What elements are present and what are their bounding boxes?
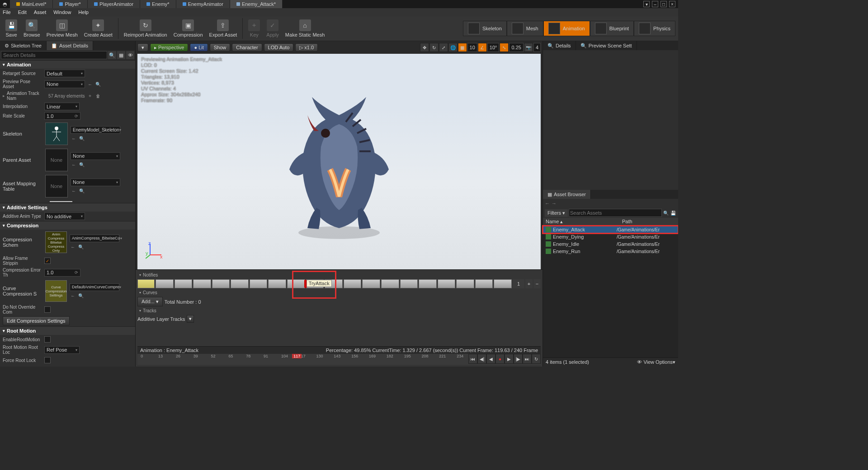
step-back-button[interactable]: ◀| xyxy=(477,354,486,364)
preview-viewport[interactable]: Previewing Animation Enemy_Attack LOD: 0… xyxy=(137,54,541,269)
tab-asset-browser[interactable]: ▦Asset Browser xyxy=(543,190,591,199)
save-button[interactable]: 💾Save xyxy=(3,17,20,40)
tab-skeleton-tree[interactable]: ⚙Skeleton Tree xyxy=(0,41,47,50)
error-threshold-field[interactable]: 1.0 xyxy=(44,269,80,277)
show-button[interactable]: Show xyxy=(210,43,231,52)
character-button[interactable]: Character xyxy=(232,43,262,52)
tab-player[interactable]: Player* xyxy=(53,0,87,8)
minimize-icon[interactable]: – xyxy=(652,1,658,7)
expand-icon[interactable]: ▸ xyxy=(3,94,5,98)
parent-asset-dropdown[interactable]: None xyxy=(71,152,120,160)
search-icon[interactable]: 🔍 xyxy=(108,51,116,59)
tab-playeranimator[interactable]: PlayerAnimator xyxy=(88,0,140,8)
playhead[interactable]: 117 xyxy=(292,354,302,358)
notifies-header[interactable]: Notifies xyxy=(137,272,541,278)
back-icon[interactable]: ← xyxy=(71,136,77,142)
maximize-icon[interactable]: □ xyxy=(660,1,667,7)
skeleton-thumb[interactable] xyxy=(45,122,68,145)
interpolation-dropdown[interactable]: Linear xyxy=(44,103,80,110)
retarget-source-dropdown[interactable]: Default xyxy=(44,70,85,77)
curve-compression-dropdown[interactable]: DefaultAnimCurveCompre xyxy=(70,283,119,291)
grid-size[interactable]: 10 xyxy=(467,43,477,52)
browse-icon[interactable]: 🔍 xyxy=(78,293,84,299)
apply-button[interactable]: ✓Apply xyxy=(264,17,282,40)
browse-icon[interactable]: 🔍 xyxy=(79,188,85,194)
lit-button[interactable]: ●Lit xyxy=(190,43,208,52)
tracks-header[interactable]: Tracks xyxy=(137,307,541,314)
mode-blueprint[interactable]: Blueprint xyxy=(590,21,634,36)
section-compression[interactable]: Compression xyxy=(0,221,135,230)
notify-track[interactable]: TryAttack 1 + − xyxy=(137,278,541,289)
tab-asset-details[interactable]: 📋Asset Details xyxy=(47,41,93,50)
parent-thumb[interactable]: None xyxy=(45,149,68,171)
back-icon[interactable]: ← xyxy=(70,244,76,250)
curves-header[interactable]: Curves xyxy=(137,289,541,296)
mode-skeleton[interactable]: Skeleton xyxy=(463,21,507,36)
nav-back-icon[interactable]: ← xyxy=(545,201,550,206)
tab-enemyanimator[interactable]: EnemyAnimator xyxy=(176,0,230,8)
save-icon[interactable]: 💾 xyxy=(670,210,676,216)
mapping-dropdown[interactable]: None xyxy=(71,179,120,186)
curve-compression-thumb[interactable]: Curve Compression Settings xyxy=(45,280,67,302)
additive-type-dropdown[interactable]: No additive xyxy=(44,212,85,220)
enable-rootmotion-checkbox[interactable] xyxy=(44,336,51,343)
make-static-mesh-button[interactable]: ⌂Make Static Mesh xyxy=(283,17,327,40)
view-options-button[interactable]: 👁 View Options▾ xyxy=(637,359,675,365)
angle-snap-icon[interactable]: ∠ xyxy=(478,43,487,52)
step-forward-button[interactable]: |▶ xyxy=(514,354,523,364)
tab-details-right[interactable]: 🔍Details xyxy=(543,41,576,50)
to-start-button[interactable]: ⏮ xyxy=(468,354,477,364)
browse-icon[interactable]: 🔍 xyxy=(78,244,84,250)
back-icon[interactable]: ← xyxy=(71,162,77,168)
skeleton-dropdown[interactable]: EnemyModel_Skeleton xyxy=(71,126,120,134)
search-assets-input[interactable] xyxy=(569,209,662,217)
loop-button[interactable]: ↻ xyxy=(532,354,541,364)
play-button[interactable]: ▶ xyxy=(505,354,514,364)
back-icon[interactable]: ← xyxy=(70,293,76,299)
rootlock-dropdown[interactable]: Ref Pose xyxy=(44,346,80,354)
export-asset-button[interactable]: ⇪Export Asset xyxy=(207,17,240,40)
viewport-menu-button[interactable]: ▾ xyxy=(137,43,148,52)
section-additive[interactable]: Additive Settings xyxy=(0,203,135,212)
add-curve-button[interactable]: Add... ▾ xyxy=(137,297,163,306)
perspective-button[interactable]: ▸Perspective xyxy=(150,43,188,52)
tab-enemy[interactable]: Enemy* xyxy=(140,0,176,8)
key-button[interactable]: ＋Key xyxy=(245,17,263,40)
col-name[interactable]: Name ▴ xyxy=(543,218,619,226)
transform-rotate-icon[interactable]: ↻ xyxy=(429,43,439,52)
coord-space-icon[interactable]: 🌐 xyxy=(448,43,458,52)
rate-scale-field[interactable]: 1.0 xyxy=(44,112,80,120)
mode-physics[interactable]: Physics xyxy=(634,21,675,36)
section-animation[interactable]: Animation xyxy=(0,60,135,69)
mapping-thumb[interactable]: None xyxy=(45,175,68,197)
allow-stripping-checkbox[interactable] xyxy=(44,258,51,264)
record-button[interactable]: ● xyxy=(495,354,505,364)
search-details-input[interactable] xyxy=(1,51,107,59)
filters-dropdown[interactable]: Filters▾ xyxy=(545,209,568,217)
section-root-motion[interactable]: Root Motion xyxy=(0,326,135,335)
asset-row[interactable]: Enemy_Idle/Game/Animations/Er xyxy=(543,240,678,248)
add-icon[interactable]: ＋ xyxy=(87,93,93,99)
compression-scheme-dropdown[interactable]: AnimCompress_BitwiseCo xyxy=(70,235,119,242)
compression-scheme-thumb[interactable]: Anim Compress Bitwise Compress Only xyxy=(45,231,67,253)
menu-help[interactable]: Help xyxy=(78,9,89,15)
frame-scrubber[interactable]: 0132639526578911041171301431561691821952… xyxy=(137,354,541,365)
menu-window[interactable]: Window xyxy=(53,9,71,15)
tab-preview-scene[interactable]: 🔍Preview Scene Sett xyxy=(576,41,637,50)
view-options-icon[interactable]: ▦ xyxy=(117,51,125,59)
playback-speed-button[interactable]: ▷x1.0 xyxy=(295,43,318,52)
browse-button[interactable]: 🔍Browse xyxy=(21,17,43,40)
preview-mesh-button[interactable]: ◫Preview Mesh xyxy=(44,17,80,40)
force-rootlock-checkbox[interactable] xyxy=(44,357,51,363)
tab-enemyattack[interactable]: Enemy_Attack* xyxy=(230,0,283,8)
notify-marker[interactable]: TryAttack xyxy=(307,280,332,287)
menu-file[interactable]: File xyxy=(3,9,11,15)
back-icon[interactable]: ← xyxy=(71,188,77,194)
eye-icon[interactable]: 👁 xyxy=(126,51,134,59)
scale-size[interactable]: 0.25 xyxy=(509,43,523,52)
additive-layer-dropdown[interactable]: ▾ xyxy=(187,315,194,323)
tab-mainlevel[interactable]: MainLevel* xyxy=(10,0,53,8)
edit-compression-button[interactable]: Edit Compression Settings xyxy=(3,316,70,325)
close-icon[interactable]: × xyxy=(669,1,675,7)
preview-pose-dropdown[interactable]: None xyxy=(44,80,85,88)
